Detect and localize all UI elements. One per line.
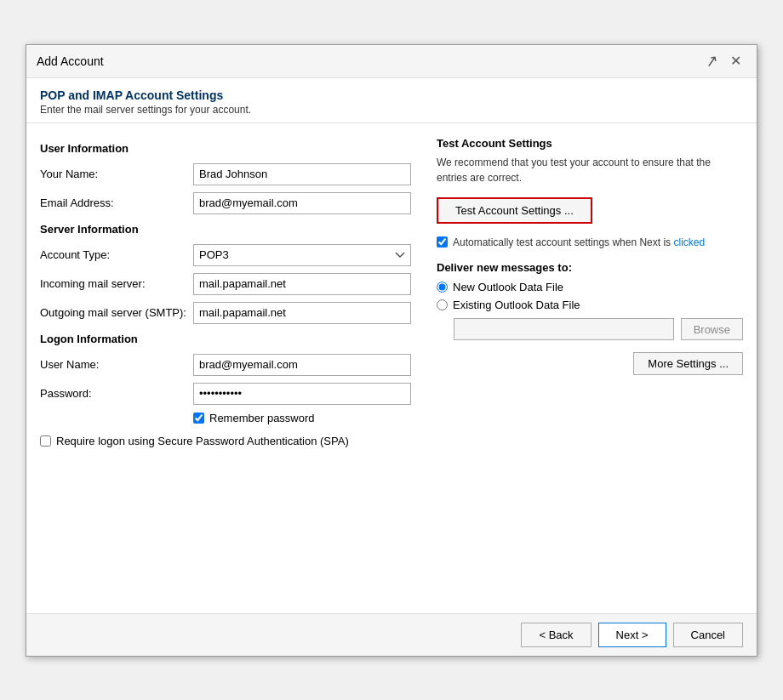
spa-label: Require logon using Secure Password Auth… bbox=[56, 435, 349, 447]
spa-checkbox[interactable] bbox=[40, 435, 51, 447]
header-title: POP and IMAP Account Settings bbox=[40, 88, 743, 102]
outgoing-server-row: Outgoing mail server (SMTP): bbox=[40, 302, 411, 324]
password-label: Password: bbox=[40, 387, 193, 400]
incoming-server-label: Incoming mail server: bbox=[40, 277, 193, 290]
auto-test-row: Automatically test account settings when… bbox=[437, 236, 743, 250]
incoming-server-input[interactable] bbox=[193, 273, 411, 295]
cursor-icon: ↗ bbox=[704, 50, 720, 71]
your-name-row: Your Name: bbox=[40, 163, 411, 185]
existing-path-input[interactable] bbox=[454, 318, 674, 340]
user-info-title: User Information bbox=[40, 142, 411, 155]
dialog-footer: < Back Next > Cancel bbox=[26, 613, 757, 656]
account-type-select[interactable]: POP3 IMAP bbox=[193, 244, 411, 266]
password-input[interactable] bbox=[193, 383, 411, 405]
add-account-dialog: Add Account ↗ ✕ POP and IMAP Account Set… bbox=[26, 44, 757, 657]
spa-row: Require logon using Secure Password Auth… bbox=[40, 435, 411, 447]
new-outlook-data-file-radio[interactable] bbox=[437, 282, 448, 293]
remember-password-checkbox[interactable] bbox=[193, 413, 204, 424]
new-outlook-data-file-row: New Outlook Data File bbox=[437, 281, 743, 293]
dialog-header: POP and IMAP Account Settings Enter the … bbox=[26, 78, 757, 123]
left-panel: User Information Your Name: Email Addres… bbox=[40, 137, 411, 600]
email-row: Email Address: bbox=[40, 192, 411, 214]
dialog-title: Add Account bbox=[37, 54, 104, 68]
next-button[interactable]: Next > bbox=[598, 623, 666, 647]
remember-password-row: Remember password bbox=[193, 412, 411, 424]
password-row: Password: bbox=[40, 383, 411, 405]
header-subtitle: Enter the mail server settings for your … bbox=[40, 104, 743, 116]
more-settings-button[interactable]: More Settings ... bbox=[633, 352, 743, 375]
email-label: Email Address: bbox=[40, 196, 193, 209]
back-button[interactable]: < Back bbox=[521, 623, 591, 647]
existing-path-row: Browse bbox=[454, 318, 743, 340]
email-input[interactable] bbox=[193, 192, 411, 214]
existing-outlook-data-file-radio[interactable] bbox=[437, 299, 448, 310]
your-name-input[interactable] bbox=[193, 163, 411, 185]
username-input[interactable] bbox=[193, 354, 411, 376]
titlebar: Add Account ↗ ✕ bbox=[26, 45, 757, 78]
dialog-body: User Information Your Name: Email Addres… bbox=[26, 123, 757, 613]
server-info-title: Server Information bbox=[40, 223, 411, 236]
auto-test-checkbox[interactable] bbox=[437, 236, 448, 248]
right-panel: Test Account Settings We recommend that … bbox=[437, 137, 743, 600]
outgoing-server-input[interactable] bbox=[193, 302, 411, 324]
new-outlook-data-file-label: New Outlook Data File bbox=[453, 281, 563, 293]
your-name-label: Your Name: bbox=[40, 168, 193, 180]
auto-test-text: Automatically test account settings when… bbox=[453, 236, 705, 250]
browse-button[interactable]: Browse bbox=[681, 318, 743, 340]
test-btn-wrapper: Test Account Settings ... bbox=[437, 197, 592, 224]
incoming-server-row: Incoming mail server: bbox=[40, 273, 411, 295]
more-settings-row: More Settings ... bbox=[437, 352, 743, 375]
test-account-settings-button[interactable]: Test Account Settings ... bbox=[438, 199, 591, 222]
logon-info-title: Logon Information bbox=[40, 333, 411, 345]
test-section-title: Test Account Settings bbox=[437, 137, 743, 150]
username-label: User Name: bbox=[40, 358, 193, 371]
existing-outlook-data-file-label: Existing Outlook Data File bbox=[453, 299, 580, 311]
cancel-button[interactable]: Cancel bbox=[673, 623, 743, 647]
test-section-description: We recommend that you test your account … bbox=[437, 155, 743, 185]
existing-outlook-data-file-row: Existing Outlook Data File bbox=[437, 299, 743, 311]
account-type-label: Account Type: bbox=[40, 248, 193, 261]
close-button[interactable]: ✕ bbox=[725, 53, 746, 70]
username-row: User Name: bbox=[40, 354, 411, 376]
remember-password-label: Remember password bbox=[209, 412, 315, 424]
outgoing-server-label: Outgoing mail server (SMTP): bbox=[40, 306, 193, 319]
deliver-title: Deliver new messages to: bbox=[437, 261, 743, 274]
account-type-row: Account Type: POP3 IMAP bbox=[40, 244, 411, 266]
auto-test-link[interactable]: clicked bbox=[673, 236, 705, 248]
